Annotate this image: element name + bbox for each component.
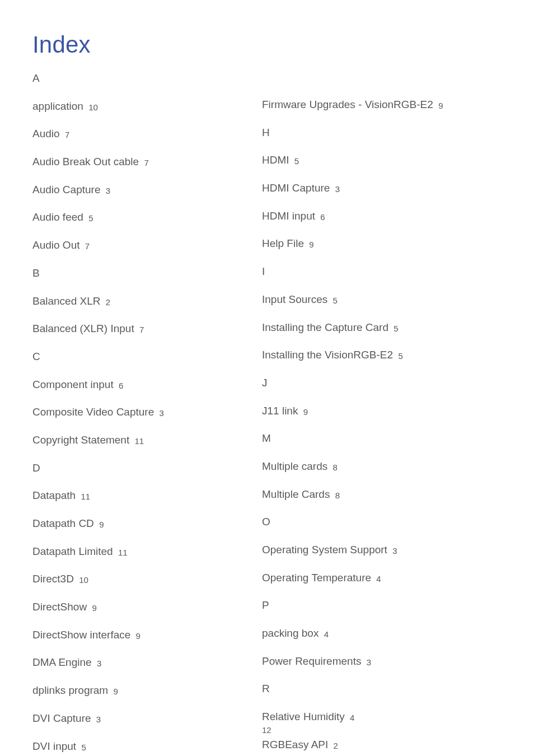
index-letter: P xyxy=(262,599,502,613)
index-letter-text: P xyxy=(262,599,269,611)
index-page: 9 xyxy=(303,407,308,417)
index-term: RGBEasy API xyxy=(262,739,328,750)
index-entry: DVI input 5 xyxy=(32,740,262,754)
index-page: 10 xyxy=(88,102,98,112)
index-column-right: Firmware Upgrades - VisionRGB-E2 9HHDMI … xyxy=(262,72,502,756)
index-columns: Aapplication 10Audio 7Audio Break Out ca… xyxy=(32,72,502,756)
index-entry: Audio Capture 3 xyxy=(32,183,262,197)
index-term: HDMI input xyxy=(262,210,315,222)
index-entry: J11 link 9 xyxy=(262,404,502,418)
index-term: HDMI xyxy=(262,154,289,166)
index-entry: Input Sources 5 xyxy=(262,293,502,307)
index-page: 2 xyxy=(334,741,338,750)
index-entry: Balanced XLR 2 xyxy=(32,295,262,309)
index-page: 3 xyxy=(392,546,397,556)
index-term: Audio Out xyxy=(32,239,80,251)
index-term: Installing the VisionRGB-E2 xyxy=(262,349,393,361)
index-letter: A xyxy=(32,72,262,86)
page-title: Index xyxy=(32,31,502,58)
index-page: 11 xyxy=(118,548,128,557)
index-entry: Relative Humidity 4 xyxy=(262,710,502,724)
index-term: dplinks program xyxy=(32,684,108,696)
index-page: 3 xyxy=(97,659,101,668)
index-page: 9 xyxy=(309,240,313,249)
index-letter-text: C xyxy=(32,351,40,362)
index-entry: Operating Temperature 4 xyxy=(262,571,502,585)
index-letter: B xyxy=(32,267,262,281)
index-entry: DVI Capture 3 xyxy=(32,712,262,726)
index-letter: H xyxy=(262,126,502,140)
index-entry: Audio Break Out cable 7 xyxy=(32,155,262,169)
index-term: Audio Break Out cable xyxy=(32,156,139,167)
index-term: Operating Temperature xyxy=(262,572,371,584)
index-page: 11 xyxy=(134,436,144,446)
index-term: Component input xyxy=(32,379,114,390)
index-letter-text: A xyxy=(32,72,40,84)
index-page: 9 xyxy=(99,520,104,529)
index-entry: Composite Video Capture 3 xyxy=(32,405,262,419)
index-page: 3 xyxy=(367,657,371,667)
index-entry: dplinks program 9 xyxy=(32,684,262,698)
index-letter-text: I xyxy=(262,265,265,277)
index-letter-text: D xyxy=(32,462,40,474)
index-page: 3 xyxy=(160,408,164,418)
index-column-left: Aapplication 10Audio 7Audio Break Out ca… xyxy=(32,72,262,756)
index-page: 9 xyxy=(438,101,443,110)
index-term: Audio Capture xyxy=(32,184,100,195)
index-entry: HDMI input 6 xyxy=(262,209,502,223)
index-page: 4 xyxy=(376,574,381,584)
index-page: 8 xyxy=(333,463,338,472)
index-entry: Balanced (XLR) Input 7 xyxy=(32,322,262,336)
index-term: Datapath xyxy=(32,489,76,501)
index-entry: Direct3D 10 xyxy=(32,572,262,586)
index-entry: Installing the Capture Card 5 xyxy=(262,321,502,335)
index-term: Balanced XLR xyxy=(32,295,100,307)
index-letter-text: R xyxy=(262,683,270,694)
index-letter-text: J xyxy=(262,377,268,389)
index-term: Direct3D xyxy=(32,573,74,585)
index-entry: Audio Out 7 xyxy=(32,239,262,253)
index-page: 5 xyxy=(333,296,338,305)
index-letter: C xyxy=(32,350,262,364)
index-term: Input Sources xyxy=(262,293,327,305)
index-entry: RGBEasy API 2 xyxy=(262,738,502,752)
index-term: Firmware Upgrades - VisionRGB-E2 xyxy=(262,99,433,110)
index-letter: J xyxy=(262,376,502,390)
index-term: J11 link xyxy=(262,405,298,417)
index-entry: Installing the VisionRGB-E2 5 xyxy=(262,348,502,362)
index-entry: Component input 6 xyxy=(32,378,262,392)
index-page: 3 xyxy=(106,186,110,195)
index-letter: O xyxy=(262,515,502,529)
index-letter-text: B xyxy=(32,267,40,279)
index-term: Datapath CD xyxy=(32,517,94,529)
index-term: Composite Video Capture xyxy=(32,406,154,418)
index-term: DirectShow interface xyxy=(32,629,130,641)
index-term: Audio feed xyxy=(32,211,83,223)
index-term: DMA Engine xyxy=(32,656,92,668)
index-term: Multiple Cards xyxy=(262,488,330,500)
index-entry: application 10 xyxy=(32,100,262,114)
index-page: 4 xyxy=(324,629,329,639)
index-page: 6 xyxy=(320,212,325,222)
index-term: Operating System Support xyxy=(262,544,387,556)
index-page: 5 xyxy=(394,324,398,333)
index-entry: Datapath CD 9 xyxy=(32,517,262,531)
index-page: 9 xyxy=(136,631,140,641)
index-entry: Multiple cards 8 xyxy=(262,460,502,474)
index-page: 7 xyxy=(85,241,90,251)
index-term: Help File xyxy=(262,237,304,249)
index-entry: HDMI Capture 3 xyxy=(262,181,502,195)
index-term: application xyxy=(32,100,83,112)
index-term: DirectShow xyxy=(32,601,87,613)
index-page: 5 xyxy=(88,213,93,223)
index-letter: M xyxy=(262,432,502,446)
index-entry: Datapath 11 xyxy=(32,489,262,503)
index-page: 9 xyxy=(92,603,96,613)
index-page: 4 xyxy=(350,713,354,722)
index-letter: R xyxy=(262,682,502,696)
index-letter-text: O xyxy=(262,516,270,528)
index-entry: DirectShow interface 9 xyxy=(32,628,262,642)
index-entry: Power Requirements 3 xyxy=(262,655,502,669)
index-entry: DirectShow 9 xyxy=(32,600,262,614)
index-page: 9 xyxy=(113,687,118,696)
